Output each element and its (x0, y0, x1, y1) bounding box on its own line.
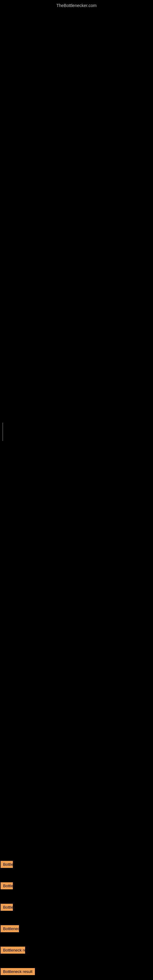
bottleneck-item: Bottleneck result (1, 904, 13, 912)
chart-area (0, 10, 153, 432)
bottleneck-item: Bottleneck result (1, 882, 13, 891)
bottleneck-label: Bottleneck result (1, 861, 13, 868)
bottleneck-label: Bottleneck result (1, 882, 13, 889)
bottleneck-item: Bottleneck result (1, 968, 35, 975)
site-title: TheBottlenecker.com (0, 0, 153, 10)
bottleneck-item: Bottleneck result (1, 925, 19, 934)
bottleneck-label: Bottleneck result (1, 925, 19, 932)
bottleneck-label: Bottleneck result (1, 968, 35, 975)
bottleneck-label: Bottleneck result (1, 947, 25, 954)
bottleneck-label: Bottleneck result (1, 904, 13, 911)
bottleneck-item: Bottleneck result (1, 947, 25, 955)
bottleneck-item: Bottleneck result (1, 861, 13, 869)
site-header: TheBottlenecker.com (0, 0, 153, 10)
